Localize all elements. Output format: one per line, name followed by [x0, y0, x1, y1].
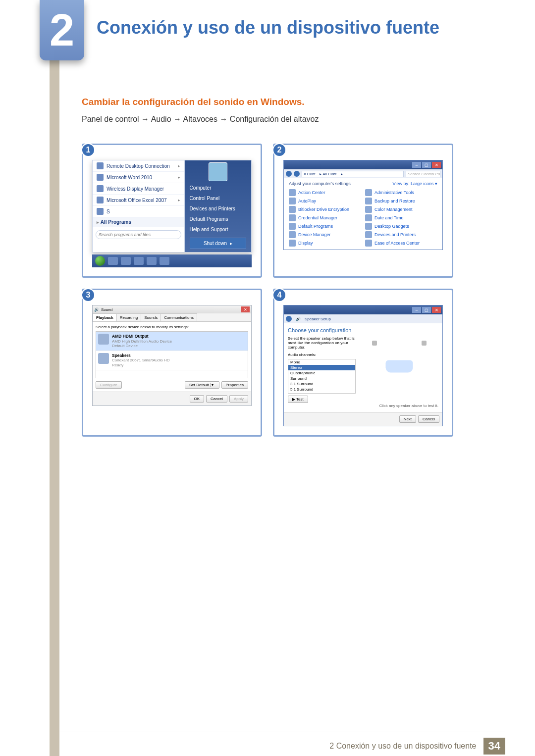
viewby-dropdown[interactable]: View by: Large icons ▾: [393, 181, 437, 186]
right-item[interactable]: Help and Support: [185, 224, 251, 235]
cp-item-label: Desktop Gadgets: [374, 224, 409, 229]
program-icon: [97, 174, 104, 181]
configure-button[interactable]: Configure: [96, 381, 122, 389]
channel-option[interactable]: Surround: [288, 376, 355, 381]
maximize-button[interactable]: ▢: [422, 162, 431, 168]
chapter-badge: 2: [40, 0, 84, 60]
test-button[interactable]: ▶ Test: [288, 396, 308, 403]
control-panel-body: Adjust your computer's settings View by:…: [284, 178, 442, 250]
cp-item[interactable]: Administrative Tools: [365, 189, 437, 196]
channels-list[interactable]: Mono Stereo Quadraphonic Surround 3.1 Su…: [288, 359, 356, 394]
device-sub: AMD High Definition Audio Device: [112, 339, 172, 344]
sound-body: Select a playback device below to modify…: [93, 322, 251, 392]
screenshot-2: 2 – ▢ ✕ « Cont... ▸ All Cont... ▸ Search…: [273, 144, 453, 278]
footer-rule: [59, 732, 505, 732]
close-button[interactable]: ✕: [432, 162, 441, 168]
back-button-icon[interactable]: [286, 171, 292, 177]
taskbar-icon[interactable]: [160, 257, 169, 265]
sound-buttons-row: Configure Set Default▾ Properties: [96, 381, 248, 389]
right-item[interactable]: Computer: [185, 183, 251, 193]
sound-tabs: Playback Recording Sounds Communications: [93, 313, 251, 322]
cp-item[interactable]: Ease of Access Center: [365, 240, 437, 247]
channel-option[interactable]: 3.1 Surround: [288, 381, 355, 387]
search-input[interactable]: [96, 230, 181, 239]
breadcrumb-label: Speaker Setup: [305, 317, 331, 321]
cp-item[interactable]: AutoPlay: [289, 198, 361, 204]
maximize-button[interactable]: ▢: [422, 307, 431, 313]
dropdown-arrow-icon[interactable]: ▾: [210, 383, 215, 387]
cp-item-label: Action Center: [298, 190, 325, 195]
taskbar-icon[interactable]: [134, 257, 144, 265]
device-item[interactable]: Speakers Conexant 20671 SmartAudio HD Re…: [96, 351, 248, 370]
start-orb-icon[interactable]: [95, 256, 105, 266]
cancel-button[interactable]: Cancel: [206, 395, 227, 403]
channel-option[interactable]: 5.2 Surround: [288, 392, 355, 394]
sound-dialog: 🔊Sound ✕ Playback Recording Sounds Commu…: [92, 305, 252, 406]
tab-sounds[interactable]: Sounds: [141, 313, 161, 321]
minimize-button[interactable]: –: [412, 307, 421, 313]
back-button-icon[interactable]: [286, 316, 292, 322]
channel-option[interactable]: Quadraphonic: [288, 370, 355, 376]
cancel-button[interactable]: Cancel: [418, 415, 439, 423]
search-field[interactable]: Search Control Panel: [406, 171, 440, 177]
right-item[interactable]: Control Panel: [185, 193, 251, 203]
program-icon: [97, 162, 104, 169]
tab-recording[interactable]: Recording: [116, 313, 141, 321]
speaker-dot-icon[interactable]: [422, 341, 427, 346]
menu-item[interactable]: Microsoft Word 2010▸: [93, 172, 184, 183]
menu-item[interactable]: Wireless Display Manager: [93, 183, 184, 195]
cp-item[interactable]: Default Programs: [289, 223, 361, 230]
next-button[interactable]: Next: [399, 415, 416, 423]
channel-option-selected[interactable]: Stereo: [288, 365, 355, 370]
device-item[interactable]: AMD HDMI Output AMD High Definition Audi…: [96, 332, 248, 351]
cp-item[interactable]: Bitlocker Drive Encryption: [289, 206, 361, 213]
shutdown-button[interactable]: Shut down ▸: [190, 238, 246, 249]
right-item[interactable]: Default Programs: [185, 214, 251, 224]
cp-item-label: Backup and Restore: [374, 199, 415, 203]
apply-button[interactable]: Apply: [229, 395, 248, 403]
cp-item-label: Credential Manager: [298, 215, 337, 220]
speaker-dot-icon[interactable]: [372, 341, 377, 346]
forward-button-icon[interactable]: [294, 171, 300, 177]
close-button[interactable]: ✕: [241, 306, 250, 312]
set-default-button[interactable]: Set Default▾: [185, 381, 219, 389]
cp-item[interactable]: Desktop Gadgets: [365, 223, 437, 230]
address-field[interactable]: « Cont... ▸ All Cont... ▸: [302, 171, 404, 177]
cp-item-label: Device Manager: [298, 232, 331, 237]
menu-item[interactable]: Microsoft Office Excel 2007▸: [93, 195, 184, 206]
menu-item[interactable]: Remote Desktop Connection▸: [93, 160, 184, 172]
channel-option[interactable]: 5.1 Surround: [288, 387, 355, 392]
speaker-device-icon: [98, 353, 109, 364]
user-avatar[interactable]: [185, 160, 251, 183]
all-programs[interactable]: ▸ All Programs: [93, 217, 184, 227]
flag-icon: [289, 189, 296, 196]
menu-item-label: Wireless Display Manager: [107, 186, 180, 192]
cp-item[interactable]: Color Management: [365, 206, 437, 213]
ok-button[interactable]: OK: [190, 395, 205, 403]
side-stripe: [50, 0, 59, 756]
cp-item[interactable]: Display: [289, 240, 361, 247]
speaker-body: Choose your configuration Select the spe…: [284, 323, 442, 412]
cp-item[interactable]: Devices and Printers: [365, 231, 437, 238]
device-text: AMD HDMI Output AMD High Definition Audi…: [112, 334, 172, 349]
lock-icon: [289, 206, 296, 213]
close-button[interactable]: ✕: [432, 307, 441, 313]
properties-button[interactable]: Properties: [221, 381, 248, 389]
menu-item[interactable]: S: [93, 206, 184, 217]
tab-communications[interactable]: Communications: [160, 313, 197, 321]
cp-item[interactable]: Device Manager: [289, 231, 361, 238]
channel-option[interactable]: Mono: [288, 359, 355, 365]
cp-item[interactable]: Credential Manager: [289, 214, 361, 221]
device-list: AMD HDMI Output AMD High Definition Audi…: [96, 331, 248, 378]
right-item[interactable]: Devices and Printers: [185, 203, 251, 214]
cp-item[interactable]: Backup and Restore: [365, 198, 437, 204]
taskbar-icon[interactable]: [147, 257, 157, 265]
backup-icon: [365, 198, 372, 204]
taskbar-icon[interactable]: [108, 257, 118, 265]
minimize-button[interactable]: –: [412, 162, 421, 168]
tab-playback[interactable]: Playback: [93, 313, 117, 321]
menu-item-label: Microsoft Word 2010: [107, 175, 178, 180]
cp-item[interactable]: Date and Time: [365, 214, 437, 221]
cp-item[interactable]: Action Center: [289, 189, 361, 196]
taskbar-icon[interactable]: [121, 257, 131, 265]
